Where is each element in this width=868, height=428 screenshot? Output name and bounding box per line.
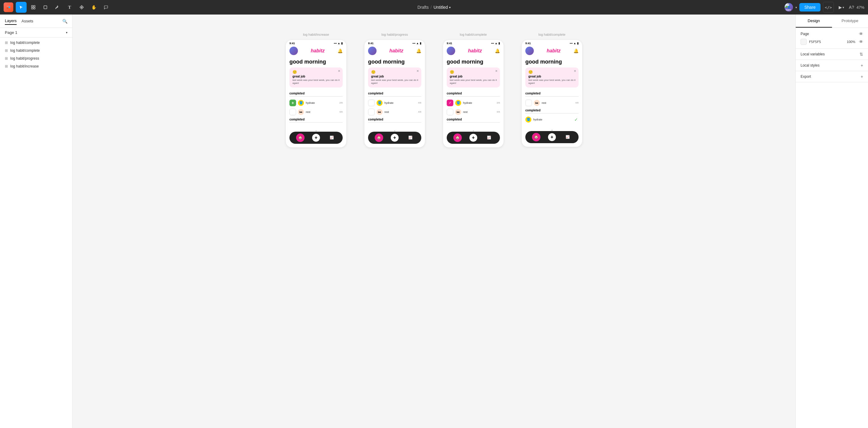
- habit-item-3[interactable]: 🪣 hydrate 4/8: [365, 98, 425, 108]
- tab-layers[interactable]: Layers: [5, 17, 17, 25]
- add-nav-button-4[interactable]: +: [548, 133, 556, 141]
- frame-tool-button[interactable]: [28, 2, 39, 13]
- hand-tool-button[interactable]: ✋: [88, 2, 99, 13]
- comment-tool-button[interactable]: [100, 2, 111, 13]
- home-nav-button-3[interactable]: 🏠: [453, 134, 462, 142]
- text-tool-button[interactable]: T: [64, 2, 75, 13]
- svg-rect-5: [44, 6, 47, 9]
- close-icon-3[interactable]: ✕: [495, 69, 497, 73]
- phone-frame-1[interactable]: 9:41 ▪▪▪ ▲ ▮ habitz 🔔 good morning: [286, 40, 346, 147]
- page-chevron-icon: ▾: [66, 31, 67, 34]
- shape-tool-button[interactable]: [40, 2, 51, 13]
- section-title-2: completed: [286, 117, 346, 122]
- chevron-down-icon: ▾: [449, 6, 451, 9]
- tab-prototype[interactable]: Prototype: [832, 15, 868, 28]
- page-opacity-value[interactable]: 100%: [847, 40, 855, 44]
- page-color-swatch[interactable]: [801, 39, 807, 45]
- section-divider-7: [525, 96, 579, 96]
- habit-check-empty-4[interactable]: [447, 109, 453, 115]
- play-chevron-icon: ▾: [843, 6, 844, 9]
- habit-item-2[interactable]: 🛏 rest 4/8: [286, 108, 346, 117]
- habit-check-empty-3[interactable]: [368, 109, 375, 115]
- notif-title-4: great job: [528, 75, 576, 78]
- frame-label-4: log habit/complete: [538, 33, 565, 36]
- habit-check-empty-2[interactable]: [368, 99, 375, 106]
- tab-assets[interactable]: Assets: [22, 18, 33, 25]
- page-color-value[interactable]: F5F5F5: [809, 40, 821, 44]
- local-styles-add-icon[interactable]: +: [861, 63, 863, 68]
- phone-header-2: habitz 🔔: [365, 46, 425, 58]
- move-tool-button[interactable]: [16, 2, 27, 13]
- frame-group-1: log habit/increase 9:41 ▪▪▪ ▲ ▮ habitz 🔔: [286, 33, 346, 147]
- local-variables-icon[interactable]: ⇅: [860, 52, 863, 57]
- tab-design[interactable]: Design: [796, 15, 832, 28]
- play-button[interactable]: ▶ ▾: [836, 5, 846, 10]
- sparkle-icon-3: ✦: [472, 129, 474, 133]
- notif-title-3: great job: [450, 75, 497, 78]
- phone-frame-2[interactable]: 9:41 ▪▪▪ ▲ ▮ habitz 🔔 good morning: [365, 40, 425, 147]
- phone-frame-4[interactable]: 9:41 ▪▪▪ ▲ ▮ habitz 🔔 good morning: [522, 40, 582, 147]
- pen-tool-button[interactable]: [52, 2, 63, 13]
- home-nav-button-4[interactable]: 🏠: [532, 133, 540, 141]
- habit-count-hydrate-3: 3/8: [497, 102, 500, 104]
- phone-frame-3[interactable]: 9:41 ▪▪▪ ▲ ▮ habitz 🔔 good morning: [443, 40, 503, 147]
- habit-count-rest-2: 4/8: [418, 111, 421, 113]
- habit-item-4[interactable]: 🛏 rest 4/8: [365, 108, 425, 117]
- code-view-button[interactable]: </>: [823, 2, 834, 13]
- add-nav-button-2[interactable]: +: [391, 134, 399, 142]
- document-title[interactable]: Untitled ▾: [433, 5, 450, 10]
- habit-item-5[interactable]: ✓ 🪣 hydrate 3/8: [443, 98, 503, 108]
- chart-nav-button[interactable]: 📈: [328, 134, 336, 142]
- notif-emoji-2: 🙂: [371, 70, 418, 74]
- habit-check-add[interactable]: +: [289, 99, 296, 106]
- phone-header-3: habitz 🔔: [443, 46, 503, 58]
- notif-body-2: last week was your best week, you can do…: [371, 79, 418, 85]
- header-avatar-2: [368, 47, 376, 55]
- habit-item-6[interactable]: 🛏 rest 4/8: [443, 108, 503, 117]
- color-visibility-icon[interactable]: 👁: [859, 39, 863, 44]
- signal-icon: ▪▪▪: [334, 42, 337, 45]
- close-icon[interactable]: ✕: [338, 69, 340, 73]
- search-icon[interactable]: 🔍: [62, 19, 67, 24]
- figma-logo[interactable]: [4, 2, 13, 12]
- list-item[interactable]: ⊞ log habit/complete: [0, 39, 72, 47]
- add-nav-button-3[interactable]: +: [469, 134, 477, 142]
- chart-nav-button-2[interactable]: 📈: [406, 134, 415, 142]
- component-tool-button[interactable]: [76, 2, 87, 13]
- list-item[interactable]: ⊞ log habit/complete: [0, 47, 72, 55]
- close-icon-2[interactable]: ✕: [416, 69, 419, 73]
- home-nav-button[interactable]: 🏠: [296, 134, 305, 142]
- home-nav-button-2[interactable]: 🏠: [375, 134, 383, 142]
- habit-check-pink[interactable]: ✓: [447, 99, 453, 106]
- frame-label-3: log habit/complete: [460, 33, 487, 36]
- bell-icon-3: 🔔: [495, 49, 500, 53]
- avatar-chevron-icon[interactable]: ▾: [796, 6, 797, 9]
- frame-group-4: log habit/complete 9:41 ▪▪▪ ▲ ▮ habitz 🔔: [522, 33, 582, 147]
- habit-item-7[interactable]: 🛏 rest 4/8: [522, 98, 582, 108]
- notif-body-4: last week was your best week, you can do…: [528, 79, 576, 85]
- list-item[interactable]: ⊞ log habit/increase: [0, 62, 72, 70]
- add-nav-button[interactable]: +: [312, 134, 320, 142]
- habit-item[interactable]: + 🪣 hydrate 2/8: [286, 98, 346, 108]
- export-add-icon[interactable]: +: [861, 74, 863, 79]
- avatar[interactable]: 👤: [784, 3, 793, 11]
- habit-check-empty[interactable]: [289, 109, 296, 115]
- notif-emoji: 🙂: [292, 70, 340, 74]
- close-icon-4[interactable]: ✕: [574, 69, 576, 73]
- share-button[interactable]: Share: [799, 3, 820, 11]
- page-visibility-icon[interactable]: 👁: [859, 31, 863, 36]
- chart-nav-button-3[interactable]: 📈: [485, 134, 493, 142]
- drafts-label[interactable]: Drafts: [417, 5, 429, 10]
- completed-habit-item[interactable]: 🪣 hydrate ✓: [522, 115, 582, 124]
- svg-rect-4: [34, 7, 35, 9]
- list-item[interactable]: ⊞ log habit/progress: [0, 55, 72, 62]
- frame-group-3: log habit/complete 9:41 ▪▪▪ ▲ ▮ habitz 🔔: [443, 33, 503, 147]
- canvas-area[interactable]: log habit/increase 9:41 ▪▪▪ ▲ ▮ habitz 🔔: [72, 15, 796, 428]
- battery-icon-3: ▮: [498, 42, 500, 45]
- habit-name-rest-2: rest: [384, 111, 416, 114]
- page-selector[interactable]: Page 1 ▾: [0, 28, 72, 37]
- habit-check-empty-5[interactable]: [525, 99, 532, 106]
- zoom-level[interactable]: 47%: [857, 5, 864, 10]
- chart-nav-button-4[interactable]: 📈: [563, 133, 572, 141]
- accessibility-button[interactable]: A?: [849, 5, 854, 10]
